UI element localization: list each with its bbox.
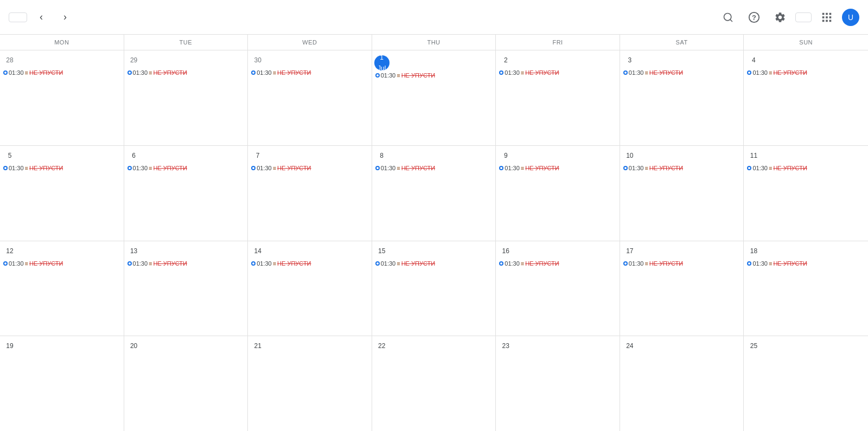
day-number[interactable]: 11: [746, 148, 761, 163]
day-number[interactable]: 24: [622, 338, 637, 353]
event-item[interactable]: 01:30≡НЕ УПУСТИ: [2, 164, 122, 172]
day-cell[interactable]: 1001:30≡НЕ УПУСТИ: [620, 146, 744, 241]
event-menu-icon: ≡: [644, 69, 648, 76]
day-cell[interactable]: 201:30≡НЕ УПУСТИ: [496, 50, 620, 145]
avatar[interactable]: U: [842, 9, 859, 26]
day-cell[interactable]: 23: [496, 336, 620, 431]
day-number[interactable]: 23: [498, 338, 513, 353]
day-number[interactable]: 22: [374, 338, 390, 353]
day-cell[interactable]: 1 Jul01:30≡НЕ УПУСТИ: [372, 50, 496, 145]
day-cell[interactable]: 21: [248, 336, 372, 431]
day-number[interactable]: 18: [746, 243, 761, 259]
event-item[interactable]: 01:30≡НЕ УПУСТИ: [250, 164, 369, 172]
view-selector-button[interactable]: [795, 12, 812, 22]
event-item[interactable]: 01:30≡НЕ УПУСТИ: [498, 69, 617, 76]
day-cell[interactable]: 2801:30≡НЕ УПУСТИ: [0, 50, 124, 145]
day-number[interactable]: 13: [126, 243, 142, 259]
day-cell[interactable]: 1301:30≡НЕ УПУСТИ: [124, 241, 248, 336]
event-dot-icon: [3, 166, 8, 170]
event-item[interactable]: 01:30≡НЕ УПУСТИ: [374, 164, 494, 172]
event-item[interactable]: 01:30≡НЕ УПУСТИ: [126, 164, 246, 172]
day-cell[interactable]: 20: [124, 336, 248, 431]
day-cell[interactable]: 801:30≡НЕ УПУСТИ: [372, 146, 496, 241]
day-number[interactable]: 17: [622, 243, 637, 259]
week-row-1: 501:30≡НЕ УПУСТИ601:30≡НЕ УПУСТИ701:30≡Н…: [0, 146, 868, 241]
day-cell[interactable]: 3001:30≡НЕ УПУСТИ: [248, 50, 372, 145]
day-cell[interactable]: 1801:30≡НЕ УПУСТИ: [744, 241, 868, 336]
day-number[interactable]: 9: [498, 148, 513, 163]
day-number[interactable]: 6: [126, 148, 142, 163]
event-item[interactable]: 01:30≡НЕ УПУСТИ: [746, 260, 866, 267]
event-item[interactable]: 01:30≡НЕ УПУСТИ: [250, 69, 369, 76]
event-item[interactable]: 01:30≡НЕ УПУСТИ: [126, 260, 246, 267]
settings-button[interactable]: [769, 7, 791, 28]
day-cell[interactable]: 1201:30≡НЕ УПУСТИ: [0, 241, 124, 336]
next-button[interactable]: ›: [55, 8, 75, 27]
event-item[interactable]: 01:30≡НЕ УПУСТИ: [126, 69, 246, 76]
day-number[interactable]: 10: [622, 148, 637, 163]
day-number[interactable]: 25: [746, 338, 761, 353]
event-title: НЕ УПУСТИ: [773, 165, 807, 171]
day-number[interactable]: 14: [250, 243, 265, 259]
event-title: НЕ УПУСТИ: [649, 165, 683, 171]
day-cell[interactable]: 2901:30≡НЕ УПУСТИ: [124, 50, 248, 145]
event-item[interactable]: 01:30≡НЕ УПУСТИ: [2, 69, 122, 76]
day-number[interactable]: 7: [250, 148, 265, 163]
svg-line-1: [730, 19, 732, 21]
day-number[interactable]: 2: [498, 53, 513, 68]
event-item[interactable]: 01:30≡НЕ УПУСТИ: [2, 260, 122, 267]
day-number[interactable]: 5: [2, 148, 17, 163]
event-item[interactable]: 01:30≡НЕ УПУСТИ: [374, 260, 494, 267]
day-number[interactable]: 1 Jul: [374, 55, 390, 70]
day-number[interactable]: 12: [2, 243, 17, 259]
event-title: НЕ УПУСТИ: [29, 165, 63, 171]
day-cell[interactable]: 901:30≡НЕ УПУСТИ: [496, 146, 620, 241]
day-number[interactable]: 15: [374, 243, 390, 259]
event-item[interactable]: 01:30≡НЕ УПУСТИ: [746, 164, 866, 172]
prev-button[interactable]: ‹: [31, 8, 51, 27]
event-item[interactable]: 01:30≡НЕ УПУСТИ: [622, 164, 742, 172]
event-item[interactable]: 01:30≡НЕ УПУСТИ: [746, 69, 866, 76]
svg-text:?: ?: [752, 13, 756, 21]
day-cell[interactable]: 1501:30≡НЕ УПУСТИ: [372, 241, 496, 336]
day-number[interactable]: 30: [250, 53, 265, 68]
event-title: НЕ УПУСТИ: [29, 260, 63, 267]
day-number[interactable]: 3: [622, 53, 637, 68]
day-number[interactable]: 28: [2, 53, 17, 68]
day-cell[interactable]: 19: [0, 336, 124, 431]
day-cell[interactable]: 1101:30≡НЕ УПУСТИ: [744, 146, 868, 241]
help-button[interactable]: ?: [743, 7, 765, 28]
event-item[interactable]: 01:30≡НЕ УПУСТИ: [498, 164, 617, 172]
day-number[interactable]: 20: [126, 338, 142, 353]
day-number[interactable]: 19: [2, 338, 17, 353]
search-button[interactable]: [717, 7, 739, 28]
day-cell[interactable]: 701:30≡НЕ УПУСТИ: [248, 146, 372, 241]
day-number[interactable]: 16: [498, 243, 513, 259]
day-cell[interactable]: 25: [744, 336, 868, 431]
day-cell[interactable]: 24: [620, 336, 744, 431]
today-button[interactable]: [9, 12, 27, 22]
event-item[interactable]: 01:30≡НЕ УПУСТИ: [374, 72, 494, 79]
calendar-view: MONTUEWEDTHUFRISATSUN 2801:30≡НЕ УПУСТИ2…: [0, 35, 868, 431]
day-cell[interactable]: 22: [372, 336, 496, 431]
day-number[interactable]: 8: [374, 148, 390, 163]
day-cell[interactable]: 401:30≡НЕ УПУСТИ: [744, 50, 868, 145]
day-number[interactable]: 29: [126, 53, 142, 68]
event-time: 01:30: [9, 165, 24, 171]
calendar-header: ‹ › ? U: [0, 0, 868, 35]
day-cell[interactable]: 501:30≡НЕ УПУСТИ: [0, 146, 124, 241]
event-item[interactable]: 01:30≡НЕ УПУСТИ: [622, 260, 742, 267]
day-cell[interactable]: 301:30≡НЕ УПУСТИ: [620, 50, 744, 145]
event-item[interactable]: 01:30≡НЕ УПУСТИ: [250, 260, 369, 267]
day-number[interactable]: 21: [250, 338, 265, 353]
event-item[interactable]: 01:30≡НЕ УПУСТИ: [498, 260, 617, 267]
apps-button[interactable]: [816, 7, 838, 28]
day-cell[interactable]: 1701:30≡НЕ УПУСТИ: [620, 241, 744, 336]
event-item[interactable]: 01:30≡НЕ УПУСТИ: [622, 69, 742, 76]
day-cell[interactable]: 601:30≡НЕ УПУСТИ: [124, 146, 248, 241]
event-time: 01:30: [629, 260, 644, 267]
event-dot-icon: [251, 70, 256, 75]
day-number[interactable]: 4: [746, 53, 761, 68]
day-cell[interactable]: 1401:30≡НЕ УПУСТИ: [248, 241, 372, 336]
day-cell[interactable]: 1601:30≡НЕ УПУСТИ: [496, 241, 620, 336]
